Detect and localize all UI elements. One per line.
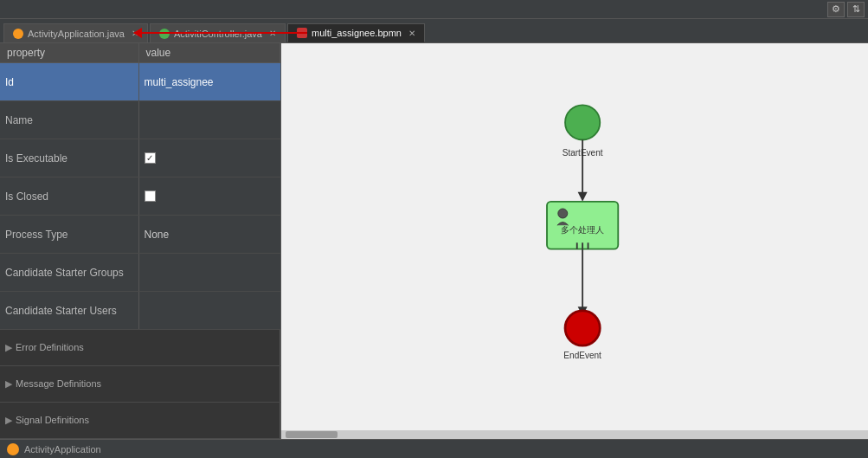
toolbar: ⚙ ⇅	[0, 0, 868, 19]
col-value: value	[138, 43, 280, 63]
prop-closed-value[interactable]	[138, 177, 280, 216]
gear-button[interactable]: ⚙	[827, 2, 845, 17]
executable-checkbox[interactable]: ✓	[145, 152, 275, 164]
tab-activity-application[interactable]: ActivityApplication.java ✕	[3, 23, 148, 42]
scrollbar-thumb[interactable]	[286, 431, 338, 438]
svg-point-11	[565, 311, 600, 345]
sort-button[interactable]: ⇅	[847, 2, 865, 17]
svg-point-0	[565, 105, 600, 139]
properties-table: property value Id multi_assignee Name Is…	[0, 43, 280, 439]
prop-closed-label: Is Closed	[0, 177, 138, 216]
table-row[interactable]: Id multi_assignee	[0, 63, 280, 101]
table-row[interactable]: Candidate Starter Users	[0, 292, 280, 330]
prop-executable-value[interactable]: ✓	[138, 139, 280, 177]
table-row[interactable]: ▶Signal Definitions	[0, 402, 280, 438]
table-row[interactable]: ▶Message Definitions	[0, 366, 280, 403]
status-text: ActivityApplication	[24, 444, 101, 455]
checkbox-checked-icon: ✓	[145, 152, 156, 164]
table-row[interactable]: Name	[0, 101, 280, 139]
closed-checkbox[interactable]	[145, 190, 275, 202]
svg-point-4	[558, 209, 568, 218]
message-arrow-icon: ▶	[5, 378, 12, 389]
canvas-area[interactable]: 多个处理人 StartEvent EndEvent	[281, 43, 868, 439]
table-row[interactable]: ▶Error Definitions	[0, 330, 280, 366]
status-icon	[7, 443, 19, 455]
col-property: property	[0, 43, 138, 63]
svg-marker-2	[578, 192, 588, 202]
horizontal-scrollbar[interactable]	[281, 430, 868, 439]
tab-multi-assignee[interactable]: multi_assignee.bpmn ✕	[287, 23, 425, 42]
prop-id-value[interactable]: multi_assignee	[138, 63, 280, 101]
main-area: property value Id multi_assignee Name Is…	[0, 43, 868, 439]
table-row[interactable]: Candidate Starter Groups	[0, 254, 280, 292]
prop-id-label: Id	[0, 63, 138, 101]
error-arrow-icon: ▶	[5, 342, 12, 352]
table-row[interactable]: Is Closed	[0, 177, 280, 216]
prop-name-value[interactable]	[138, 101, 280, 139]
bpmn-diagram: 多个处理人 StartEvent EndEvent	[281, 43, 868, 439]
svg-text:StartEvent: StartEvent	[563, 148, 603, 158]
error-defs-label[interactable]: ▶Error Definitions	[0, 330, 280, 366]
prop-starter-users-label: Candidate Starter Users	[0, 292, 138, 330]
prop-executable-label: Is Executable	[0, 139, 138, 177]
signal-defs-label[interactable]: ▶Signal Definitions	[0, 402, 280, 438]
message-defs-label[interactable]: ▶Message Definitions	[0, 366, 280, 403]
prop-starter-groups-value[interactable]	[138, 254, 280, 292]
prop-process-type-label: Process Type	[0, 216, 138, 254]
table-row[interactable]: Is Executable ✓	[0, 139, 280, 177]
signal-arrow-icon: ▶	[5, 415, 12, 425]
checkbox-unchecked-icon	[145, 190, 156, 202]
properties-panel: property value Id multi_assignee Name Is…	[0, 43, 281, 439]
tab-bar: ActivityApplication.java ✕ ActivitiContr…	[0, 19, 868, 43]
prop-starter-users-value[interactable]	[138, 292, 280, 330]
java-icon	[13, 29, 23, 39]
prop-name-label: Name	[0, 101, 138, 139]
prop-process-type-value[interactable]: None	[138, 216, 280, 254]
prop-starter-groups-label: Candidate Starter Groups	[0, 254, 138, 292]
svg-text:EndEvent: EndEvent	[563, 351, 601, 360]
status-bar: ActivityApplication	[0, 439, 868, 458]
tab-close-3[interactable]: ✕	[408, 29, 415, 38]
svg-text:多个处理人: 多个处理人	[561, 225, 604, 235]
table-row[interactable]: Process Type None	[0, 216, 280, 254]
